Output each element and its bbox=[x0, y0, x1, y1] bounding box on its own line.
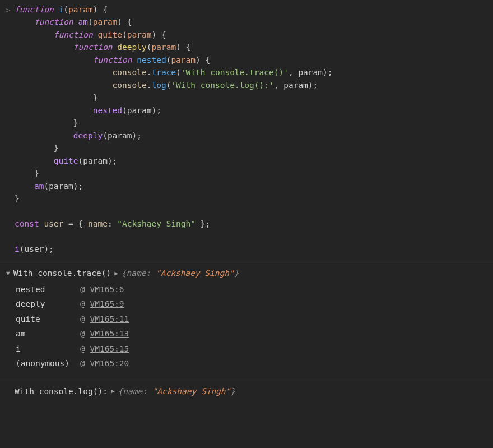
code-line: console.log('With console.log():', param… bbox=[15, 79, 491, 91]
stack-trace-table: nested@ VM165:6deeply@ VM165:9quite@ VM1… bbox=[16, 282, 133, 371]
log-object-preview[interactable]: {name: "Ackshaey Singh"} bbox=[118, 385, 236, 398]
stack-frame-source-cell: @ VM165:20 bbox=[80, 356, 133, 371]
source-link[interactable]: VM165:11 bbox=[90, 315, 129, 324]
prompt-chevron-icon: > bbox=[6, 4, 11, 16]
stack-frame-function: (anonymous) bbox=[16, 356, 80, 371]
code-line: i(user); bbox=[15, 243, 491, 255]
log-title: With console.log(): bbox=[15, 385, 108, 398]
code-line bbox=[15, 230, 491, 242]
code-line: am(param); bbox=[15, 180, 491, 192]
expand-down-icon[interactable]: ▼ bbox=[6, 269, 10, 278]
stack-frame-function: i bbox=[16, 341, 80, 356]
source-link[interactable]: VM165:15 bbox=[90, 344, 129, 353]
code-line: } bbox=[15, 142, 491, 154]
stack-frame-row: nested@ VM165:6 bbox=[16, 282, 133, 297]
code-line: } bbox=[15, 117, 491, 129]
stack-frame-source-cell: @ VM165:9 bbox=[80, 297, 133, 311]
stack-frame-row: quite@ VM165:11 bbox=[16, 312, 133, 326]
stack-frame-function: nested bbox=[16, 282, 80, 297]
code-line: } bbox=[15, 91, 491, 104]
trace-object-preview[interactable]: {name: "Ackshaey Singh"} bbox=[122, 267, 239, 279]
stack-frame-function: quite bbox=[16, 312, 80, 326]
code-block: function i(param) { function am(param) {… bbox=[15, 3, 491, 255]
stack-frame-row: i@ VM165:15 bbox=[16, 341, 133, 356]
code-line: function am(param) { bbox=[15, 16, 491, 28]
stack-frame-source-cell: @ VM165:15 bbox=[80, 341, 133, 356]
stack-frame-source-cell: @ VM165:6 bbox=[80, 282, 133, 297]
expand-right-icon[interactable]: ▶ bbox=[114, 269, 118, 278]
code-line: } bbox=[15, 192, 491, 205]
code-line: quite(param); bbox=[15, 155, 491, 167]
stack-frame-function: am bbox=[16, 326, 80, 341]
console-trace-output: ▼ With console.trace() ▶ {name: "Ackshae… bbox=[0, 261, 493, 378]
expand-right-icon[interactable]: ▶ bbox=[111, 386, 115, 396]
code-line: nested(param); bbox=[15, 104, 491, 117]
stack-frame-source-cell: @ VM165:13 bbox=[80, 326, 133, 341]
console-log-output: With console.log(): ▶ {name: "Ackshaey S… bbox=[0, 378, 493, 404]
source-link[interactable]: VM165:13 bbox=[90, 329, 129, 338]
source-link[interactable]: VM165:6 bbox=[90, 285, 124, 294]
code-line: function nested(param) { bbox=[15, 54, 491, 66]
code-line: const user = { name: "Ackshaey Singh" }; bbox=[15, 218, 491, 230]
stack-frame-row: deeply@ VM165:9 bbox=[16, 297, 133, 311]
code-line: function deeply(param) { bbox=[15, 41, 491, 53]
trace-title: With console.trace() bbox=[13, 267, 111, 279]
stack-frame-row: am@ VM165:13 bbox=[16, 326, 133, 341]
trace-header[interactable]: ▼ With console.trace() ▶ {name: "Ackshae… bbox=[15, 265, 491, 280]
stack-frame-source-cell: @ VM165:11 bbox=[80, 312, 133, 326]
stack-frame-function: deeply bbox=[16, 297, 80, 311]
console-input[interactable]: > function i(param) { function am(param)… bbox=[0, 0, 493, 261]
code-line: } bbox=[15, 167, 491, 179]
source-link[interactable]: VM165:9 bbox=[90, 299, 124, 308]
source-link[interactable]: VM165:20 bbox=[90, 359, 129, 368]
code-line: function i(param) { bbox=[15, 3, 491, 16]
code-line: function quite(param) { bbox=[15, 29, 491, 41]
stack-frame-row: (anonymous)@ VM165:20 bbox=[16, 356, 133, 371]
code-line: deeply(param); bbox=[15, 130, 491, 142]
code-line bbox=[15, 205, 491, 218]
code-line: console.trace('With console.trace()', pa… bbox=[15, 66, 491, 78]
